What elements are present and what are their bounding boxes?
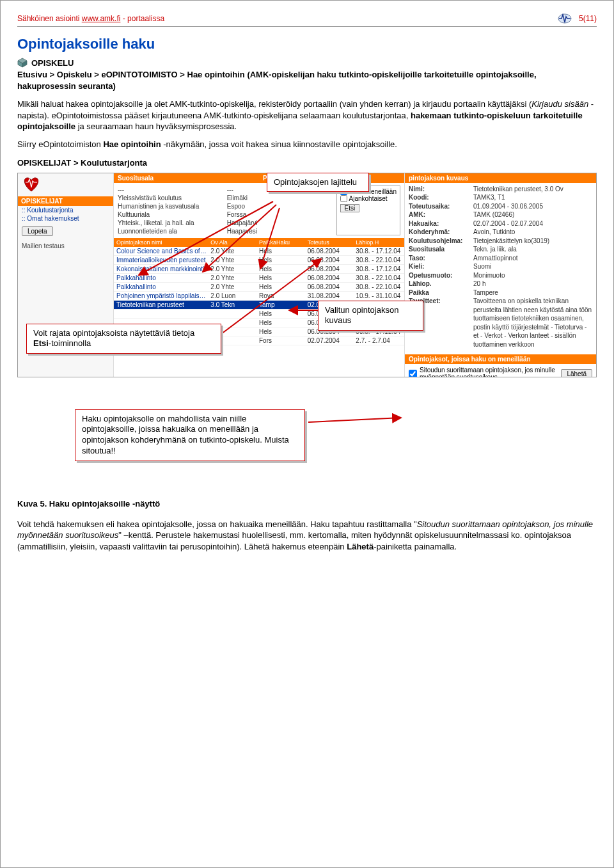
opiskelu-heading: OPISKELU (17, 58, 597, 68)
figure-caption: Kuva 5. Haku opintojaksoille -näyttö (17, 499, 597, 509)
kuvaus-table: Nimi:Tietotekniikan perusteet, 3.0 OvKoo… (405, 183, 596, 351)
table-row[interactable]: Immateriaalioikeuden perusteet2.0 YhteHe… (114, 256, 404, 265)
commit-row: Sitoudun suorittamaan opintojakson, jos … (405, 364, 596, 377)
chk-ajan-label: Ajankohtaiset (349, 195, 388, 202)
header-prefix: Sähköinen asiointi (17, 14, 82, 23)
mid-filter-box: Haku meneillään Ajankohtaiset Etsi (336, 185, 401, 235)
ml-l3: Kulttuuriala (118, 210, 223, 219)
opiskelu-label: OPISKELU (31, 58, 74, 68)
chk-ajankohtaiset[interactable]: Ajankohtaiset (340, 195, 397, 202)
midbar-col1: Suositusala (114, 173, 259, 183)
kv-row: Hakuaika:02.07.2004 - 02.07.2004 (409, 219, 592, 228)
table-row[interactable]: Palkkahallinto2.0 YhteHels06.08.200430.8… (114, 283, 404, 292)
screenshot-wrapper: OPISKELIJAT :: Koulutustarjonta :: Omat … (17, 173, 597, 377)
paragraph-2: Siirry eOpintotoimiston Hae opintoihin -… (17, 139, 597, 150)
kv-row: Taso:Ammattiopinnot (409, 254, 592, 263)
page-title: Opintojaksoille haku (17, 36, 597, 52)
c2-a: Voit rajata opintojaksoista näytettäviä … (33, 328, 194, 338)
callout-lajittelu: Opintojaksojen lajittelu (267, 173, 369, 193)
commit-label: Sitoudun suorittamaan opintojakson, jos … (420, 367, 558, 377)
kv-row: AMK:TAMK (02466) (409, 210, 592, 219)
para1-italic: Kirjaudu sisään (531, 99, 588, 109)
kv-row: SuositusalaTekn. ja liik. ala (409, 245, 592, 254)
kv-row: Kohderyhmä:Avoin, Tutkinto (409, 228, 592, 237)
ml-r5: Haapavesi (227, 227, 333, 235)
c2-b: Etsi (33, 338, 49, 348)
kuvaus-header: pintojakson kuvaus (405, 173, 596, 183)
ml-l1: Yleissivistävä koulutus (118, 194, 223, 202)
ml-r1: Elimäki (227, 194, 333, 202)
sidebar-link-koulutus[interactable]: :: Koulutustarjonta (18, 206, 113, 214)
section-header: OPISKELIJAT > Koulutustarjonta (17, 158, 597, 168)
gh-3[interactable]: Toteutus (308, 239, 354, 246)
kv-row: Opetusmuoto:Monimuoto (409, 271, 592, 280)
laheta-button[interactable]: Lähetä (561, 369, 592, 377)
page-header: Sähköinen asiointi www.amk.fi - portaali… (17, 12, 597, 27)
kv-row: Toteutusaika:01.09.2004 - 30.06.2005 (409, 202, 592, 211)
cube-icon (17, 58, 28, 68)
kv-row: PaikkaTampere (409, 288, 592, 297)
breadcrumb: Etusivu > Opiskelu > eOPINTOTOIMISTO > H… (17, 69, 597, 92)
header-link[interactable]: www.amk.fi (82, 14, 121, 23)
gh-0[interactable]: Opintojakson nimi (116, 239, 208, 246)
paragraph-1: Mikäli haluat hakea opintojaksoille ja o… (17, 99, 597, 132)
header-suffix: - portaalissa (120, 14, 164, 23)
ml-l0: --- (118, 185, 223, 194)
ml-r2: Espoo (227, 202, 333, 210)
kv-row: Tavoitteet:Tavoitteena on opiskella tekn… (409, 297, 592, 349)
para1-c: ja seuraamaan haun hyväksymisprosessia. (75, 122, 237, 131)
kv-row: Kieli:Suomi (409, 262, 592, 271)
logo-icon (557, 12, 572, 25)
sidebar-link-omat[interactable]: :: Omat hakemukset (18, 214, 113, 223)
shot-right: pintojakson kuvaus Nimi:Tietotekniikan p… (404, 173, 596, 377)
table-row[interactable]: Palkkahallinto2.0 YhteHels06.08.200430.8… (114, 274, 404, 283)
c2-c: -toiminnolla (49, 338, 91, 348)
page-number: 5(11) (579, 14, 597, 23)
mid-list-right[interactable]: --- Elimäki Espoo Forssa Haapajärvi Haap… (227, 185, 333, 235)
gh-1[interactable]: Ov Ala (210, 239, 256, 246)
callout-etsi: Voit rajata opintojaksoista näytettäviä … (26, 324, 221, 354)
grid-header-bar: Opintojakson nimi Ov Ala PaikkaHaku Tote… (114, 238, 404, 247)
mail-test-label: Mailien testaus (18, 240, 113, 252)
para2-bold: Hae opintoihin (103, 139, 161, 149)
header-right: 5(11) (557, 12, 597, 25)
heart-icon (22, 176, 41, 193)
chk-ajan-input[interactable] (340, 195, 347, 202)
kv-row: Koodi:TAMK3, T1 (409, 193, 592, 202)
para2-b: -näkymään, jossa voit hakea sinua kiinno… (161, 139, 397, 149)
commit-header: Opintojaksot, joissa haku on meneillään (405, 354, 596, 364)
ml-l2: Humanistinen ja kasvatusala (118, 202, 223, 210)
paragraph-3: Voit tehdä hakemuksen eli hakea opintoja… (17, 519, 597, 553)
table-row[interactable]: Colour Science and Basics of Photo2.0 Yh… (114, 247, 404, 256)
mid-list-left[interactable]: --- Yleissivistävä koulutus Humanistinen… (118, 185, 223, 235)
ml-r4: Haapajärvi (227, 219, 333, 227)
etsi-button[interactable]: Etsi (340, 204, 360, 212)
callout-kuvaus: Valitun opintojakson kuvaus (318, 301, 423, 331)
table-row[interactable]: Pohjoinen ympäristö lappilaisuus2.0 Luon… (114, 292, 404, 301)
lopeta-button[interactable]: Lopeta (22, 226, 53, 236)
kv-row: Koulutusohjelma:Tietojenkäsittelyn ko(30… (409, 237, 592, 246)
sidebar-header: OPISKELIJAT (18, 196, 113, 206)
gh-2[interactable]: PaikkaHaku (259, 239, 305, 246)
para2-a: Siirry eOpintotoimiston (17, 139, 103, 149)
kv-row: Nimi:Tietotekniikan perusteet, 3.0 Ov (409, 185, 592, 194)
commit-checkbox[interactable] (409, 370, 417, 377)
gh-4[interactable]: Lähiop.H (356, 239, 402, 246)
header-left: Sähköinen asiointi www.amk.fi - portaali… (17, 14, 164, 23)
callout-haku-mahdollista: Haku opintojaksolle on mahdollista vain … (75, 409, 305, 462)
para1-a: Mikäli haluat hakea opintojaksoille ja o… (17, 99, 531, 109)
ml-l5: Luonnontieteiden ala (118, 227, 223, 235)
para3-bold: Lähetä (347, 542, 374, 551)
table-row[interactable]: Kokonaisvaltainen markkinointi2.0 YhteHe… (114, 265, 404, 274)
ml-l4: Yhteisk., liiketal. ja hall. ala (118, 219, 223, 227)
para3-c: -painiketta painamalla. (374, 542, 457, 551)
kv-row: Lähiop.20 h (409, 280, 592, 288)
ml-r3: Forssa (227, 210, 333, 219)
para3-a: Voit tehdä hakemuksen eli hakea opintoja… (17, 519, 417, 529)
